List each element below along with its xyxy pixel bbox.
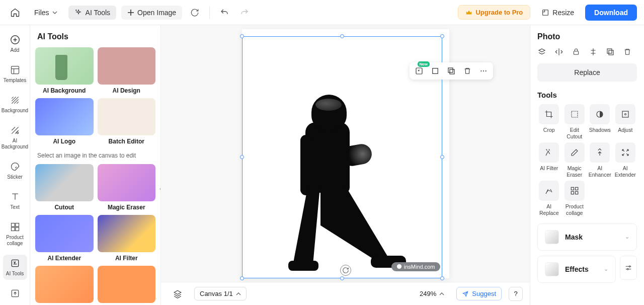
help-button[interactable]: ? <box>509 287 523 301</box>
rail-ai-tools[interactable]: AI Tools <box>3 255 27 280</box>
svg-point-15 <box>480 70 481 71</box>
card-ai-filter[interactable]: AI Filter <box>98 215 156 262</box>
tool-adjust-label: Adjust <box>618 127 632 133</box>
svg-rect-0 <box>543 10 548 15</box>
resize-handle-r[interactable] <box>440 155 444 159</box>
resize-button[interactable]: Resize <box>535 6 580 20</box>
card-magic-eraser-label: Magic Eraser <box>108 204 145 211</box>
rail-ai-tools-label: AI Tools <box>6 271 24 277</box>
adjust-icon <box>615 104 635 124</box>
rail-add[interactable]: Add <box>3 31 27 56</box>
card-magic-eraser[interactable]: Magic Eraser <box>98 164 156 211</box>
tool-ai-filter[interactable]: AI Filter <box>537 142 561 178</box>
layers-button[interactable] <box>168 287 187 301</box>
rp-lock-icon[interactable] <box>572 47 581 56</box>
tool-shadows[interactable]: Shadows <box>588 104 612 139</box>
resize-handle-tl[interactable] <box>240 34 244 38</box>
redo-button[interactable] <box>237 5 252 20</box>
ai-enhancer-icon <box>590 142 610 163</box>
ft-delete-button[interactable] <box>462 65 473 77</box>
rail-ai-background[interactable]: AI Background <box>3 122 27 153</box>
mask-accordion[interactable]: Mask ⌄ <box>537 223 637 251</box>
plus-circle-icon <box>10 34 21 45</box>
card-ai-background[interactable]: AI Background <box>35 47 94 94</box>
rail-sticker[interactable]: Sticker <box>3 158 27 183</box>
canvas-bottom-bar: Canvas 1/1 249% Suggest ? <box>161 282 530 305</box>
help-label: ? <box>514 290 517 297</box>
tool-edit-cutout-label: Edit Cutout <box>563 127 587 139</box>
tool-magic-eraser[interactable]: Magic Eraser <box>563 142 587 178</box>
ai-tools-top-button[interactable]: AI Tools <box>68 6 117 20</box>
card-ai-background-thumb <box>35 47 94 85</box>
tool-ai-replace[interactable]: AI Replace <box>537 181 561 216</box>
plus-icon <box>127 9 134 16</box>
resize-handle-tr[interactable] <box>440 34 444 38</box>
suggest-button[interactable]: Suggest <box>456 287 502 300</box>
rail-product-collage[interactable]: Product collage <box>3 218 27 250</box>
svg-rect-19 <box>607 49 612 53</box>
tool-ai-extender[interactable]: AI Extender <box>614 142 637 178</box>
rotate-handle[interactable] <box>340 265 351 276</box>
resize-handle-t[interactable] <box>340 34 344 38</box>
rp-duplicate-icon[interactable] <box>606 47 615 56</box>
svg-point-24 <box>624 114 626 115</box>
suggest-icon <box>462 290 469 297</box>
ft-more-button[interactable] <box>478 65 489 77</box>
tool-ai-enhancer[interactable]: AI Enhancer <box>588 142 612 178</box>
download-label: Download <box>594 9 628 17</box>
rp-flip-horizontal-icon[interactable] <box>554 47 564 56</box>
card-ai-logo-label: AI Logo <box>53 138 75 145</box>
resize-handle-l[interactable] <box>240 155 244 159</box>
effects-accordion[interactable]: Effects ⌄ <box>537 256 616 283</box>
card-cutout[interactable]: Cutout <box>35 164 94 211</box>
rp-align-icon[interactable] <box>589 47 598 56</box>
rail-background[interactable]: Background <box>3 92 27 117</box>
tool-ai-enhancer-label: AI Enhancer <box>588 165 612 178</box>
card-more-1[interactable] <box>35 266 94 305</box>
rail-sticker-label: Sticker <box>7 174 23 180</box>
open-image-button[interactable]: Open Image <box>121 6 182 20</box>
ft-duplicate-button[interactable] <box>446 65 457 77</box>
canvas-area: insMind.com New <box>161 25 530 305</box>
card-batch-editor[interactable]: Batch Editor <box>98 98 156 145</box>
tool-adjust[interactable]: Adjust <box>614 104 637 139</box>
card-ai-extender[interactable]: AI Extender <box>35 215 94 262</box>
chevron-down-icon <box>52 10 57 15</box>
resize-handle-br[interactable] <box>440 276 444 280</box>
rail-text[interactable]: Text <box>3 188 27 213</box>
rail-templates[interactable]: Templates <box>3 61 27 87</box>
replace-button[interactable]: Replace <box>537 63 637 82</box>
files-dropdown[interactable]: Files <box>28 6 63 20</box>
effects-adjust-button[interactable] <box>620 256 637 280</box>
canvas-image-silhouette[interactable] <box>266 95 427 276</box>
card-ai-design[interactable]: AI Design <box>98 47 156 94</box>
undo-button[interactable] <box>217 5 232 20</box>
ft-ai-button[interactable]: New <box>414 65 425 77</box>
new-badge: New <box>418 61 430 67</box>
svg-rect-6 <box>11 227 15 231</box>
card-ai-logo[interactable]: AI Logo <box>35 98 94 145</box>
download-button[interactable]: Download <box>585 5 637 21</box>
upgrade-button[interactable]: Upgrade to Pro <box>458 5 530 20</box>
ft-crop-button[interactable] <box>430 65 441 77</box>
card-more-2[interactable] <box>98 266 156 305</box>
sync-icon[interactable] <box>187 5 202 20</box>
tool-edit-cutout[interactable]: Edit Cutout <box>563 104 587 139</box>
resize-handle-b[interactable] <box>340 276 344 280</box>
tool-product-collage[interactable]: Product collage <box>563 181 587 216</box>
svg-rect-23 <box>622 111 628 117</box>
ai-extender-icon <box>615 142 635 163</box>
svg-point-29 <box>629 266 630 267</box>
zoom-control[interactable]: 249% <box>415 287 449 300</box>
canvas-pager[interactable]: Canvas 1/1 <box>194 287 247 300</box>
home-icon[interactable] <box>7 5 23 21</box>
tool-crop[interactable]: Crop <box>537 104 561 139</box>
tool-ai-extender-label: AI Extender <box>614 165 637 178</box>
rp-layers-icon[interactable] <box>537 47 546 56</box>
svg-rect-4 <box>11 223 15 227</box>
svg-rect-18 <box>574 51 578 55</box>
resize-handle-bl[interactable] <box>240 276 244 280</box>
rail-upload[interactable] <box>3 285 27 302</box>
shadows-icon <box>590 104 610 124</box>
rp-delete-icon[interactable] <box>623 47 632 56</box>
